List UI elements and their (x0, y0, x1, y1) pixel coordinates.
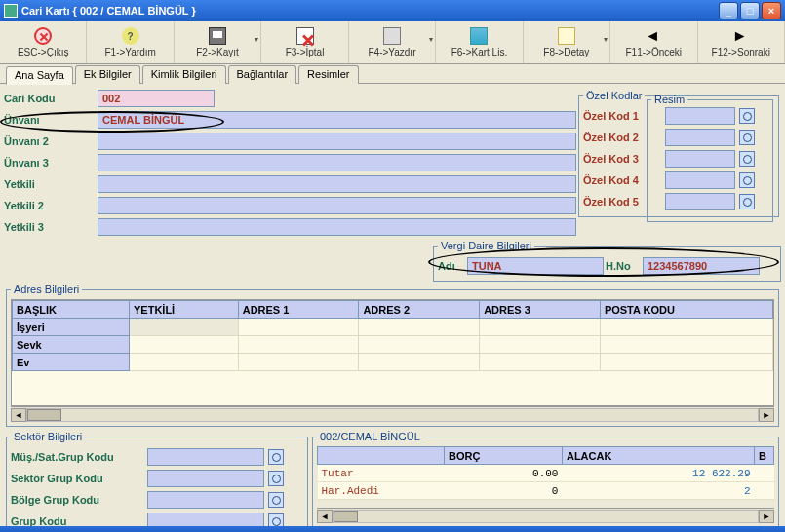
f11-prev-button[interactable]: F11->Önceki (610, 21, 697, 63)
borc-group: 002/CEMAL BİNGÜL BORÇ ALACAK B Tutar 0.0… (312, 431, 779, 532)
f1-help-button[interactable]: ? F1->Yardım (87, 21, 174, 63)
col-yetkili[interactable]: YETKİLİ (130, 301, 239, 319)
dropdown-icon[interactable]: ▾ (255, 35, 258, 44)
esc-exit-button[interactable]: ESC->Çıkış (0, 21, 87, 63)
scroll-thumb[interactable] (334, 511, 358, 522)
cancel-icon (296, 27, 314, 45)
tab-resimler[interactable]: Resimler (298, 65, 358, 84)
yetkili-field[interactable] (98, 175, 576, 193)
borc-legend: 002/CEMAL BİNGÜL (317, 431, 423, 442)
mus-grup-field[interactable] (147, 448, 264, 466)
scroll-right-icon[interactable]: ► (759, 408, 774, 422)
adres-legend: Adres Bilgileri (11, 284, 82, 295)
tutar-borc: 0.00 (445, 465, 563, 482)
unvani2-label: Ünvanı 2 (4, 135, 98, 147)
yetkili3-field[interactable] (98, 218, 576, 236)
f2-save-button[interactable]: F2->Kayıt ▾ (175, 21, 261, 63)
f11-label: F11->Önceki (626, 47, 683, 57)
table-row: Ev (13, 354, 773, 371)
borc-table[interactable]: BORÇ ALACAK B Tutar 0.00 12 622.29 Har.A… (317, 446, 774, 500)
yetkili2-field[interactable] (98, 197, 576, 214)
borc-scrollbar[interactable]: ◄ ► (317, 508, 774, 523)
f8-detail-button[interactable]: F8->Detay ▾ (524, 21, 610, 63)
yetkili3-label: Yetkili 3 (4, 221, 98, 233)
adres-scrollbar[interactable]: ◄ ► (11, 406, 774, 422)
lookup-icon[interactable] (268, 471, 284, 486)
f1-label: F1->Yardım (104, 47, 155, 57)
sektor-legend: Sektör Bilgileri (11, 431, 85, 442)
f3-label: F3->İptal (286, 47, 325, 57)
tab-baglantilar[interactable]: Bağlantılar (228, 65, 297, 84)
f12-next-button[interactable]: F12->Sonraki (698, 21, 785, 63)
f3-cancel-button[interactable]: F3->İptal (261, 21, 348, 63)
lookup-icon[interactable] (268, 449, 284, 465)
minimize-button[interactable]: _ (719, 2, 738, 19)
col-adres1[interactable]: ADRES 1 (238, 301, 359, 319)
col-adres2[interactable]: ADRES 2 (359, 301, 480, 319)
f6-label: F6->Kart Lis. (451, 47, 508, 57)
row-ev[interactable]: Ev (13, 354, 130, 371)
tab-bar: Ana Sayfa Ek Bilgiler Kimlik Bilgileri B… (0, 64, 785, 84)
dropdown-icon[interactable]: ▾ (604, 35, 608, 44)
scroll-left-icon[interactable]: ◄ (11, 408, 26, 422)
col-posta-kodu[interactable]: POSTA KODU (600, 301, 772, 319)
tab-ek-bilgiler[interactable]: Ek Bilgiler (75, 65, 140, 84)
col-alacak[interactable]: ALACAK (562, 447, 754, 465)
col-b[interactable]: B (755, 447, 774, 465)
unvani3-label: Ünvanı 3 (4, 157, 98, 169)
save-icon (209, 27, 226, 45)
col-borc[interactable]: BORÇ (445, 447, 563, 465)
close-button[interactable]: × (762, 2, 781, 19)
f4-print-button[interactable]: F4->Yazdır ▾ (349, 21, 436, 63)
resim-legend: Resim (651, 94, 687, 105)
scroll-track[interactable] (333, 510, 759, 523)
unvani-field[interactable] (98, 111, 576, 129)
col-empty[interactable] (318, 447, 445, 465)
adres-table[interactable]: BAŞLIK YETKİLİ ADRES 1 ADRES 2 ADRES 3 P… (12, 300, 773, 406)
row-isyeri[interactable]: İşyeri (13, 319, 130, 336)
scroll-track[interactable] (26, 408, 759, 422)
sektor-grup-field[interactable] (147, 470, 264, 487)
scroll-thumb[interactable] (27, 409, 61, 421)
cari-kodu-field[interactable] (98, 90, 215, 107)
lookup-icon[interactable] (268, 492, 284, 508)
ozel-kodlar-legend: Özel Kodlar (583, 90, 645, 101)
toolbar: ESC->Çıkış ? F1->Yardım F2->Kayıt ▾ F3->… (0, 21, 785, 64)
bolge-grup-label: Bölge Grup Kodu (11, 494, 147, 506)
f6-list-button[interactable]: F6->Kart Lis. (436, 21, 523, 63)
vergi-hno-field[interactable] (643, 257, 760, 275)
adres-group: Adres Bilgileri BAŞLIK YETKİLİ ADRES 1 A… (6, 284, 779, 427)
yetkili-label: Yetkili (4, 178, 98, 190)
maximize-button[interactable]: □ (740, 2, 760, 19)
row-tutar: Tutar (318, 465, 445, 482)
print-icon (383, 27, 401, 45)
haradedi-borc: 0 (445, 482, 563, 500)
scroll-right-icon[interactable]: ► (759, 510, 774, 523)
vergi-adi-label: Adı (438, 260, 465, 272)
vergi-legend: Vergi Daire Bilgileri (438, 240, 534, 251)
status-bar (0, 526, 785, 532)
col-baslik[interactable]: BAŞLIK (13, 301, 130, 319)
sektor-grup-label: Sektör Grup Kodu (11, 473, 147, 484)
table-row: İşyeri (13, 319, 773, 336)
col-adres3[interactable]: ADRES 3 (480, 301, 601, 319)
bolge-grup-field[interactable] (147, 491, 264, 509)
unvani3-field[interactable] (98, 154, 576, 171)
vergi-group: Vergi Daire Bilgileri Adı H.No (433, 240, 781, 282)
table-row: Tutar 0.00 12 622.29 (318, 465, 774, 482)
sektor-group: Sektör Bilgileri Müş./Sat.Grup Kodu Sekt… (6, 431, 308, 532)
exit-icon (34, 27, 52, 45)
unvani2-field[interactable] (98, 133, 576, 150)
cari-kodu-label: Cari Kodu (4, 93, 98, 104)
detail-icon (558, 27, 575, 45)
table-row: Sevk (13, 336, 773, 354)
haradedi-alacak: 2 (562, 482, 754, 500)
dropdown-icon[interactable]: ▾ (429, 35, 433, 44)
tab-kimlik[interactable]: Kimlik Bilgileri (142, 65, 226, 84)
tab-ana-sayfa[interactable]: Ana Sayfa (6, 66, 73, 85)
tutar-alacak: 12 622.29 (562, 465, 754, 482)
row-sevk[interactable]: Sevk (13, 336, 130, 354)
scroll-left-icon[interactable]: ◄ (317, 510, 333, 523)
f2-label: F2->Kayıt (196, 47, 239, 57)
vergi-adi-field[interactable] (467, 257, 604, 275)
